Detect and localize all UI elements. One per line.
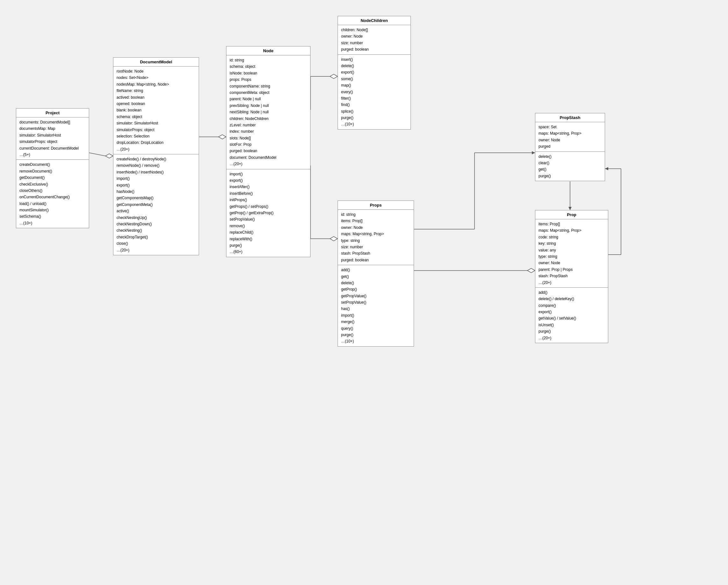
documentmodel-title: DocumentModel: [113, 58, 199, 67]
props-fields: id: string items: Prop[] owner: Node map…: [338, 210, 414, 265]
project-title: Project: [16, 109, 89, 117]
nodechildren-title: NodeChildren: [338, 16, 411, 25]
nodechildren-methods: insert() delete() export() some() map() …: [338, 55, 411, 129]
project-methods: createDocument() removeDocument() getDoc…: [16, 160, 89, 228]
svg-marker-14: [527, 268, 535, 273]
node-box: Node id: string schema: object isNode: b…: [226, 46, 311, 257]
propstash-title: PropStash: [535, 113, 605, 122]
svg-marker-7: [330, 237, 338, 241]
props-methods: add() get() delete() getProp() getPropVa…: [338, 265, 414, 346]
svg-marker-17: [568, 207, 572, 210]
prop-fields: items: Prop[] maps: Map<string, Prop> co…: [535, 219, 608, 288]
diagram-container: Project documents: DocumentModel[] docum…: [0, 0, 728, 585]
node-methods: import() export() insertAfter() insertBe…: [227, 169, 310, 257]
project-box: Project documents: DocumentModel[] docum…: [16, 108, 89, 228]
documentmodel-props: rootNode: Node nodes: Set<Node> nodesMap…: [113, 67, 199, 154]
svg-marker-2: [218, 135, 226, 139]
prop-methods: add() delete() / deleteKey() compare() e…: [535, 288, 608, 343]
svg-line-1: [89, 153, 105, 156]
documentmodel-box: DocumentModel rootNode: Node nodes: Set<…: [113, 57, 199, 255]
props-title: Props: [338, 201, 414, 210]
nodechildren-box: NodeChildren children: Node[] owner: Nod…: [338, 16, 411, 130]
svg-marker-13: [532, 151, 535, 154]
prop-box: Prop items: Prop[] maps: Map<string, Pro…: [535, 210, 608, 343]
propstash-box: PropStash space: Set maps: Map<string, P…: [535, 113, 605, 181]
svg-marker-4: [330, 74, 338, 79]
prop-title: Prop: [535, 210, 608, 219]
node-title: Node: [227, 47, 310, 55]
nodechildren-props: children: Node[] owner: Node size: numbe…: [338, 25, 411, 55]
props-box: Props id: string items: Prop[] owner: No…: [338, 201, 414, 347]
node-props: id: string schema: object isNode: boolea…: [227, 55, 310, 169]
documentmodel-methods: createNode() / destroyNode() removeNode(…: [113, 154, 199, 255]
svg-marker-21: [605, 167, 608, 170]
propstash-fields: space: Set maps: Map<string, Prop> owner…: [535, 122, 605, 152]
propstash-methods: delete() clear() get() purge(): [535, 152, 605, 181]
svg-marker-0: [105, 154, 113, 158]
project-props: documents: DocumentModel[] documentsMap:…: [16, 117, 89, 160]
